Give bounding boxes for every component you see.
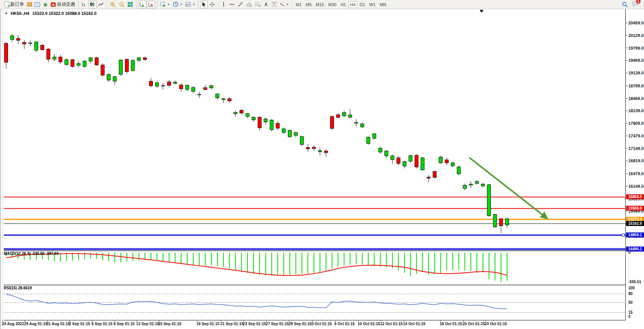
candle-body (258, 117, 261, 128)
time-label: 27 Sep 01:15 (266, 322, 289, 326)
candle-body (433, 171, 436, 177)
bar-chart-type-button[interactable] (80, 1, 88, 8)
timeframe-h1-button[interactable]: H1 (339, 1, 348, 8)
candle-body (336, 115, 340, 118)
candle-body (475, 181, 479, 183)
fibonacci-button[interactable]: F (254, 1, 262, 8)
new-order-button[interactable]: 新订单 (3, 1, 25, 8)
candle-body (191, 87, 195, 91)
candle-body (137, 58, 141, 60)
rsi-line (6, 294, 507, 309)
candle-body (360, 124, 364, 127)
candle-body (180, 85, 183, 89)
fibonacci-icon: F (255, 2, 261, 7)
add-indicator-button[interactable]: ▼ (159, 1, 171, 8)
line-selection-handle[interactable] (622, 234, 625, 237)
auto-trading-label: 自动交易 (57, 1, 75, 8)
candle-body (125, 59, 128, 72)
market-box-icon (27, 2, 32, 6)
equidistant-channel-button[interactable]: E (245, 1, 253, 8)
trendline-button[interactable] (236, 1, 244, 8)
candle-body (216, 94, 219, 98)
timeframe-m5-button[interactable]: M5 (304, 1, 313, 8)
timeframe-w1-button[interactable]: W1 (367, 1, 377, 8)
line-chart-type-icon (98, 2, 104, 7)
candle-body (288, 130, 292, 137)
candle-body (5, 44, 8, 63)
zoom-in-button[interactable] (109, 1, 117, 8)
candle-body (379, 148, 382, 152)
time-label: 6 Sep 01:15 (92, 322, 112, 326)
timeframe-m15-button[interactable]: M15 (314, 1, 326, 8)
trend-arrow[interactable] (469, 158, 548, 219)
candle-body (312, 147, 316, 148)
template-button[interactable]: ▼ (184, 1, 196, 8)
candle-body (35, 42, 38, 50)
candle-body (40, 45, 44, 50)
tools-group (198, 1, 218, 8)
text-icon: A (264, 2, 268, 7)
candle-body (451, 163, 454, 166)
candlestick-type-button[interactable] (88, 1, 96, 8)
equidistant-channel-icon: E (246, 2, 252, 7)
candle-body (391, 156, 394, 160)
time-label: 3 Oct 01:15 (312, 322, 332, 326)
auto-scroll-button[interactable] (138, 1, 146, 8)
symbol-dropdown-icon[interactable]: ▼ (5, 12, 8, 15)
candle-body (228, 98, 231, 101)
horizontal-line-button[interactable] (228, 1, 236, 8)
vertical-line-button[interactable] (220, 1, 228, 8)
cursor-button[interactable] (200, 1, 208, 8)
candle-body (119, 60, 122, 74)
insert-group: ▼ ▼ ▼ (157, 1, 198, 8)
text-button[interactable]: A (262, 1, 270, 8)
chat-button[interactable]: 1 (632, 1, 639, 8)
price-tick-label: 17479.0 (628, 134, 644, 138)
timeframe-h4-button[interactable]: H4 (348, 1, 357, 8)
time-label: 12 Oct 01:15 (380, 322, 403, 326)
new-chart-button[interactable] (34, 1, 41, 8)
price-tick-label: 19469.0 (628, 58, 644, 63)
timeframe-m30-button[interactable]: M30 (326, 1, 338, 8)
zoom-out-icon (119, 2, 125, 8)
search-icon[interactable] (622, 2, 628, 8)
candle-body (264, 119, 267, 122)
chart-marker-icon (480, 10, 483, 13)
zoom-out-button[interactable] (117, 1, 126, 8)
candle-body (198, 95, 201, 95)
candle-body (95, 58, 98, 65)
period-button[interactable]: ▼ (172, 1, 184, 8)
candle-body (204, 88, 207, 90)
time-label: 8 Sep 01:15 (114, 322, 135, 326)
price-tick-label: 16819.0 (628, 158, 644, 163)
candle-body (385, 151, 388, 156)
market-box-button[interactable] (26, 1, 33, 8)
chart-type-group (78, 1, 106, 8)
timeframe-m1-button[interactable]: M1 (294, 1, 304, 8)
candle-body (59, 57, 62, 62)
candle-body (282, 129, 286, 132)
timeframe-d1-button[interactable]: D1 (358, 1, 367, 8)
signals-button[interactable]: ◉ (42, 1, 49, 8)
crosshair-button[interactable] (208, 1, 216, 8)
candle-body (463, 185, 467, 188)
add-indicator-icon (160, 2, 166, 7)
price-badge: 14859.1 (626, 232, 644, 237)
time-label: 24 Aug 2022 (2, 322, 24, 326)
candle-body (155, 83, 159, 86)
text-label-button[interactable]: T (270, 1, 278, 8)
arrow-objects-button[interactable]: ▼ (278, 1, 290, 8)
chart-canvas[interactable] (0, 9, 644, 329)
candle-body (318, 151, 322, 152)
candle-body (276, 123, 279, 128)
auto-trading-button[interactable]: 自动交易 (50, 1, 76, 8)
price-tick-label: 20459.0 (628, 21, 644, 25)
timeframe-mn-button[interactable]: MN (378, 1, 388, 8)
candle-body (29, 43, 32, 44)
line-chart-type-button[interactable] (97, 1, 105, 8)
chart-window[interactable]: ▼ HK50-,H4 15322.0 15322.0 15088.0 15162… (0, 9, 644, 329)
tile-windows-button[interactable] (126, 1, 134, 8)
candle-body (300, 137, 304, 145)
chevron-down-icon: ▼ (167, 3, 170, 6)
chart-shift-button[interactable] (147, 1, 155, 8)
